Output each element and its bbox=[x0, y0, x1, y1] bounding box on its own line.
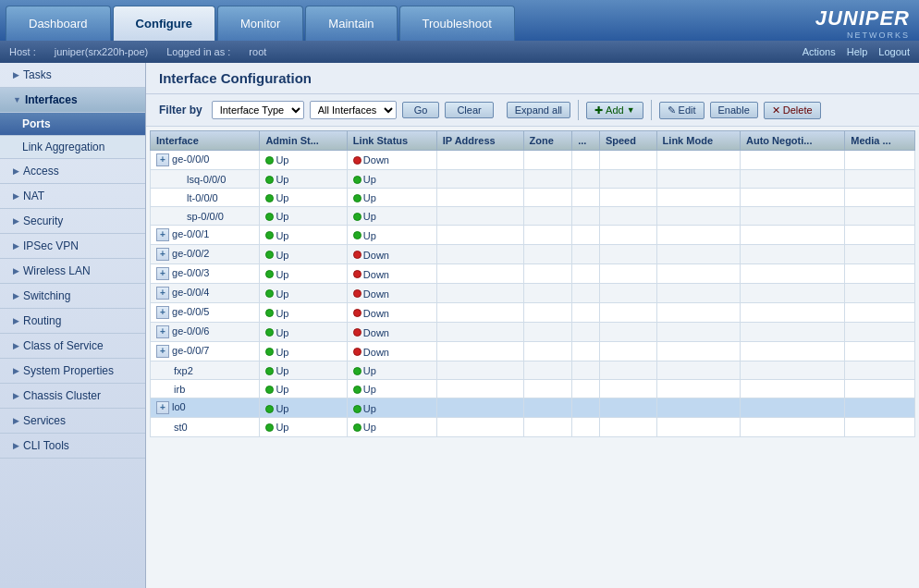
logout-link[interactable]: Logout bbox=[878, 46, 910, 57]
expand-icon[interactable]: + bbox=[156, 345, 169, 358]
cell-speed bbox=[599, 226, 656, 245]
col-media[interactable]: Media ... bbox=[845, 131, 915, 151]
sidebar-item-system-properties[interactable]: ▶ System Properties bbox=[0, 359, 145, 384]
cell-more bbox=[572, 418, 600, 436]
cell-speed bbox=[599, 264, 656, 284]
cell-link-mode bbox=[656, 323, 740, 342]
col-admin-status[interactable]: Admin St... bbox=[260, 131, 347, 151]
expand-icon[interactable]: + bbox=[156, 306, 169, 319]
sidebar-item-routing[interactable]: ▶ Routing bbox=[0, 309, 145, 334]
clear-button[interactable]: Clear bbox=[445, 102, 493, 118]
cell-more bbox=[572, 170, 600, 189]
sidebar-item-services[interactable]: ▶ Services bbox=[0, 409, 145, 434]
col-ip-address[interactable]: IP Address bbox=[436, 131, 523, 151]
sidebar-item-class-of-service[interactable]: ▶ Class of Service bbox=[0, 334, 145, 359]
expand-icon[interactable]: + bbox=[156, 248, 169, 261]
col-interface[interactable]: Interface bbox=[151, 131, 260, 151]
sidebar-label-ipsec-vpn: IPSec VPN bbox=[23, 239, 79, 252]
sidebar-label-chassis-cluster: Chassis Cluster bbox=[23, 389, 101, 402]
host-label: Host : bbox=[9, 46, 36, 57]
expand-icon[interactable]: + bbox=[156, 228, 169, 241]
tab-monitor[interactable]: Monitor bbox=[217, 6, 303, 41]
cell-media bbox=[845, 303, 915, 323]
table-row[interactable]: + ge-0/0/3UpDown bbox=[151, 264, 915, 284]
sidebar-item-switching[interactable]: ▶ Switching bbox=[0, 284, 145, 309]
cli-arrow-icon: ▶ bbox=[13, 441, 19, 450]
col-speed[interactable]: Speed bbox=[599, 131, 656, 151]
sidebar-item-cli-tools[interactable]: ▶ CLI Tools bbox=[0, 434, 145, 459]
sidebar-item-wireless-lan[interactable]: ▶ Wireless LAN bbox=[0, 259, 145, 284]
tab-troubleshoot[interactable]: Troubleshoot bbox=[399, 6, 515, 41]
cell-zone bbox=[523, 361, 572, 380]
link-status-text: Up bbox=[363, 423, 376, 434]
go-button[interactable]: Go bbox=[402, 102, 440, 118]
add-button[interactable]: ✚ Add ▼ bbox=[586, 102, 643, 119]
sidebar-item-security[interactable]: ▶ Security bbox=[0, 209, 145, 234]
cell-admin-status: Up bbox=[260, 170, 347, 189]
table-row[interactable]: + ge-0/0/6UpDown bbox=[151, 323, 915, 342]
admin-status-dot bbox=[265, 386, 274, 394]
admin-status-text: Up bbox=[276, 230, 288, 241]
cell-ip bbox=[436, 342, 523, 361]
sidebar-item-access[interactable]: ▶ Access bbox=[0, 159, 145, 184]
expand-icon[interactable]: + bbox=[156, 153, 169, 166]
edit-button[interactable]: ✎ Edit bbox=[659, 102, 705, 119]
sidebar-item-ipsec-vpn[interactable]: ▶ IPSec VPN bbox=[0, 234, 145, 259]
filter-range-select[interactable]: All Interfaces bbox=[310, 101, 397, 119]
tab-dashboard[interactable]: Dashboard bbox=[6, 6, 111, 41]
col-zone[interactable]: Zone bbox=[523, 131, 572, 151]
table-row[interactable]: st0UpUp bbox=[151, 418, 915, 436]
sidebar-item-tasks[interactable]: ▶ Tasks bbox=[0, 63, 145, 88]
sidebar-item-chassis-cluster[interactable]: ▶ Chassis Cluster bbox=[0, 384, 145, 409]
tab-configure[interactable]: Configure bbox=[113, 6, 215, 41]
admin-status-dot bbox=[265, 348, 274, 356]
sidebar-sub-link-aggregation[interactable]: Link Aggregation bbox=[0, 136, 145, 159]
link-status-dot bbox=[353, 309, 361, 317]
table-row[interactable]: irbUpUp bbox=[151, 380, 915, 398]
expand-icon[interactable]: + bbox=[156, 325, 169, 338]
link-status-dot bbox=[353, 176, 361, 184]
col-more[interactable]: ... bbox=[572, 131, 600, 151]
cell-auto-neg bbox=[740, 245, 844, 264]
toolbar-separator2 bbox=[651, 100, 652, 120]
col-link-mode[interactable]: Link Mode bbox=[656, 131, 740, 151]
table-row[interactable]: sp-0/0/0UpUp bbox=[151, 207, 915, 226]
cell-zone bbox=[523, 245, 572, 264]
admin-status-text: Up bbox=[276, 365, 288, 376]
table-row[interactable]: + ge-0/0/4UpDown bbox=[151, 284, 915, 303]
expand-icon[interactable]: + bbox=[156, 401, 169, 414]
delete-button[interactable]: ✕ Delete bbox=[764, 102, 821, 119]
table-row[interactable]: + ge-0/0/0UpDown bbox=[151, 151, 915, 170]
filter-type-select[interactable]: Interface Type bbox=[212, 101, 304, 119]
cell-media bbox=[845, 361, 915, 380]
enable-button[interactable]: Enable bbox=[710, 102, 758, 118]
expand-icon[interactable]: + bbox=[156, 287, 169, 300]
expand-all-button[interactable]: Expand all bbox=[507, 102, 570, 118]
table-row[interactable]: fxp2UpUp bbox=[151, 361, 915, 380]
expand-icon[interactable]: + bbox=[156, 267, 169, 280]
cell-admin-status: Up bbox=[260, 303, 347, 323]
col-auto-neg[interactable]: Auto Negoti... bbox=[740, 131, 844, 151]
table-row[interactable]: lt-0/0/0UpUp bbox=[151, 189, 915, 207]
cell-zone bbox=[523, 398, 572, 418]
table-row[interactable]: lsq-0/0/0UpUp bbox=[151, 170, 915, 189]
sidebar-sub-ports[interactable]: Ports bbox=[0, 113, 145, 136]
main-layout: ▶ Tasks ▼ Interfaces Ports Link Aggregat… bbox=[0, 63, 919, 588]
toolbar-separator bbox=[578, 100, 579, 120]
sidebar-label-tasks: Tasks bbox=[23, 68, 52, 81]
sidebar-item-interfaces[interactable]: ▼ Interfaces bbox=[0, 88, 145, 113]
table-row[interactable]: + lo0UpUp bbox=[151, 398, 915, 418]
table-row[interactable]: + ge-0/0/7UpDown bbox=[151, 342, 915, 361]
cell-speed bbox=[599, 398, 656, 418]
sidebar-item-nat[interactable]: ▶ NAT bbox=[0, 184, 145, 209]
help-link[interactable]: Help bbox=[847, 46, 868, 57]
table-row[interactable]: + ge-0/0/1UpUp bbox=[151, 226, 915, 245]
tab-maintain[interactable]: Maintain bbox=[305, 6, 397, 41]
actions-link[interactable]: Actions bbox=[803, 46, 836, 57]
cell-admin-status: Up bbox=[260, 418, 347, 436]
col-link-status[interactable]: Link Status bbox=[347, 131, 436, 151]
table-row[interactable]: + ge-0/0/2UpDown bbox=[151, 245, 915, 264]
cell-ip bbox=[436, 418, 523, 436]
cell-link-mode bbox=[656, 207, 740, 226]
table-row[interactable]: + ge-0/0/5UpDown bbox=[151, 303, 915, 323]
